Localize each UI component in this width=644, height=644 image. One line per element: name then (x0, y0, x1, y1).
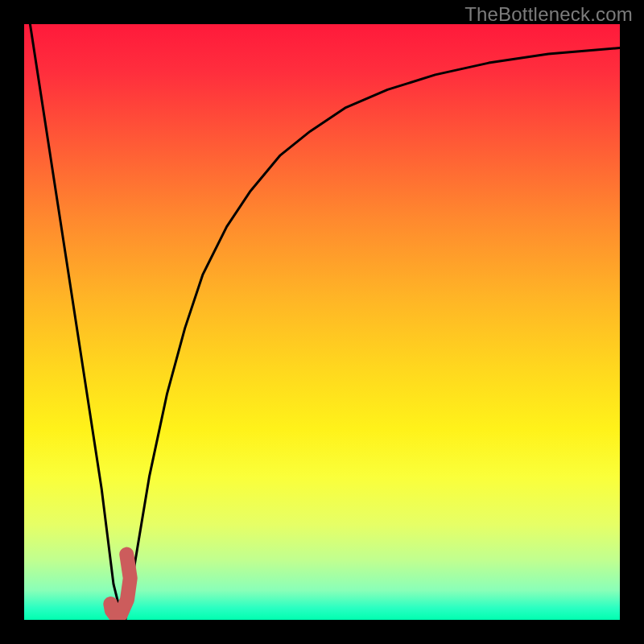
watermark-text: TheBottleneck.com (464, 3, 633, 26)
chart-frame: TheBottleneck.com (0, 0, 644, 644)
plot-area (24, 24, 620, 620)
marker-j (24, 24, 620, 620)
bottleneck-curve (24, 24, 620, 620)
